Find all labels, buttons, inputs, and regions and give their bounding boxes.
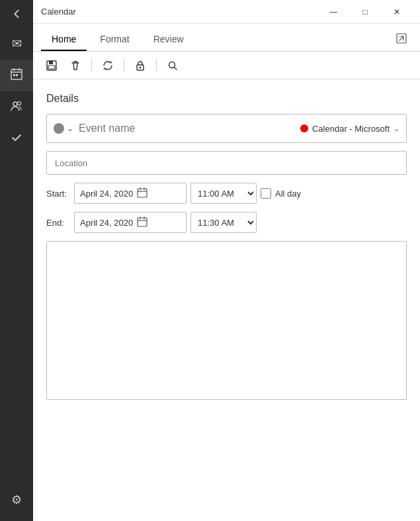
start-date-value: April 24, 2020 [80,189,133,199]
sidebar-item-tasks[interactable] [0,123,33,155]
tab-review[interactable]: Review [143,28,194,51]
start-calendar-icon [137,187,147,200]
start-datetime-row: Start: April 24, 2020 11:00 AM 11:30 AM … [46,183,407,204]
titlebar-controls: — □ ✕ [318,3,412,21]
section-title: Details [46,93,407,105]
location-row [46,151,407,175]
toolbar [33,52,420,79]
tab-format[interactable]: Format [89,28,140,51]
delete-button[interactable] [65,56,86,75]
svg-point-14 [140,66,142,68]
sidebar-item-mail[interactable]: ✉ [0,28,33,60]
allday-label: All day [275,189,301,199]
popup-button[interactable] [391,28,412,51]
end-date-value: April 24, 2020 [80,218,133,228]
sidebar-item-people[interactable] [0,91,33,123]
search-button[interactable] [162,56,183,75]
calendar-selector[interactable]: Calendar - Microsoft ⌄ [300,124,399,134]
sidebar-item-settings[interactable]: ⚙ [0,484,33,516]
allday-checkbox[interactable] [261,188,271,199]
location-input[interactable] [55,158,398,168]
start-time-select[interactable]: 11:00 AM 11:30 AM 12:00 PM 12:30 PM [190,183,257,204]
status-dot [54,123,64,134]
svg-rect-5 [16,74,18,76]
event-name-row: ⌄ Calendar - Microsoft ⌄ [46,114,407,143]
svg-rect-17 [138,189,147,197]
sidebar: ✉ [0,0,33,521]
svg-rect-4 [13,74,15,76]
sidebar-bottom: ⚙ [0,484,33,521]
end-label: End: [46,218,70,228]
end-date-field[interactable]: April 24, 2020 [74,212,187,233]
calendar-label: Calendar - Microsoft [312,124,390,134]
start-label: Start: [46,189,70,199]
notes-textarea[interactable] [46,241,407,400]
calendar-chevron-icon: ⌄ [394,124,399,133]
titlebar: Calendar — □ ✕ [33,0,420,24]
start-date-field[interactable]: April 24, 2020 [74,183,187,204]
titlebar-left: Calendar [41,7,76,17]
sidebar-item-calendar[interactable] [0,60,33,91]
toolbar-separator-3 [156,59,157,72]
svg-line-16 [175,67,177,70]
save-button[interactable] [41,56,62,75]
end-calendar-icon [137,216,147,229]
svg-point-7 [18,102,21,105]
minimize-button[interactable]: — [318,3,349,21]
content-area: Details ⌄ Calendar - Microsoft ⌄ Start: … [33,79,420,521]
tabbar: Home Format Review [33,24,420,52]
lock-button[interactable] [130,56,151,75]
maximize-button[interactable]: □ [350,3,380,21]
app-title: Calendar [41,7,76,17]
event-name-input[interactable] [79,122,300,134]
toolbar-separator-2 [124,59,124,72]
svg-rect-12 [48,66,55,69]
sidebar-back-button[interactable] [0,0,33,28]
end-time-select[interactable]: 11:30 AM 12:00 PM 12:30 PM 1:00 PM [190,212,257,233]
sync-button[interactable] [97,56,118,75]
close-button[interactable]: ✕ [382,3,412,21]
end-datetime-row: End: April 24, 2020 11:30 AM 12:00 PM 12… [46,212,407,233]
main-panel: Calendar — □ ✕ Home Format Review [33,0,420,521]
tab-home[interactable]: Home [41,28,87,51]
sidebar-nav: ✉ [0,28,33,484]
toolbar-separator-1 [91,59,92,72]
svg-rect-11 [49,61,53,64]
svg-line-9 [399,36,403,40]
calendar-color-dot [300,124,308,132]
status-chevron-icon[interactable]: ⌄ [67,124,73,133]
svg-point-6 [13,102,17,106]
allday-row: All day [261,188,301,199]
svg-rect-21 [138,218,147,226]
